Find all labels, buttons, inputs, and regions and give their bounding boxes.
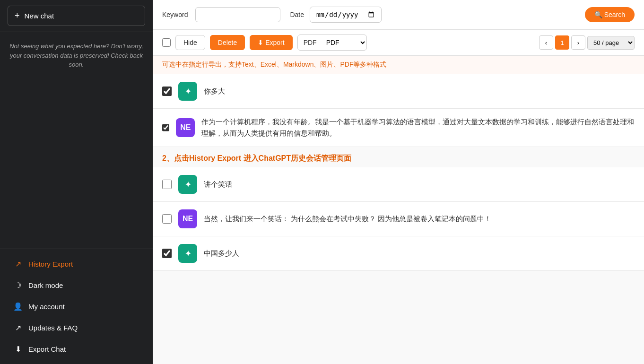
row-checkbox[interactable] (162, 249, 172, 258)
main-content: Keyword Date 🔍 Search Hide Delete ⬇ Expo… (153, 0, 644, 364)
sidebar: + New chat Not seeing what you expected … (0, 0, 153, 364)
table-row: ✦ 中国多少人 (153, 236, 644, 271)
download-icon: ⬇ (13, 345, 23, 354)
new-chat-label: New chat (25, 12, 54, 20)
export-icon: ↗ (13, 260, 23, 269)
chat-text: 你多大 (204, 86, 225, 97)
select-all-checkbox[interactable] (162, 38, 171, 47)
sidebar-item-updates-faq[interactable]: ↗ Updates & FAQ (4, 318, 149, 338)
pdf-format-select-wrap: PDF PDF Text Excel Markdown Image (297, 35, 367, 51)
format-dropdown[interactable]: PDF Text Excel Markdown Image (322, 35, 366, 50)
sidebar-item-label: Updates & FAQ (28, 324, 78, 332)
row-checkbox[interactable] (162, 87, 172, 96)
sidebar-item-label: My account (28, 303, 65, 311)
sidebar-bottom: ↗ History Export ☽ Dark mode 👤 My accoun… (0, 249, 153, 364)
section-header: 2、点击History Export 进入ChatGPT历史会话管理页面 (153, 147, 644, 167)
sidebar-top: + New chat (0, 0, 153, 32)
avatar: ✦ (178, 175, 197, 194)
row-checkbox[interactable] (162, 214, 172, 224)
table-row: ✦ 你多大 (153, 74, 644, 109)
plus-icon: + (15, 11, 20, 21)
pdf-label: PDF (298, 35, 322, 50)
keyword-input[interactable] (195, 7, 280, 22)
action-toolbar: Hide Delete ⬇ Export PDF PDF Text Excel … (153, 30, 644, 56)
page-1-button[interactable]: 1 (555, 35, 569, 50)
moon-icon: ☽ (13, 281, 23, 290)
sidebar-notice: Not seeing what you expected here? Don't… (0, 32, 153, 79)
table-row: NE 当然，让我们来一个笑话： 为什么熊会在考试中失败？ 因为他总是被卷入笔记本… (153, 202, 644, 236)
chat-text: 中国多少人 (204, 248, 239, 259)
sidebar-item-my-account[interactable]: 👤 My account (4, 296, 149, 317)
pagination: ‹ 1 › 50 / page 20 / page 100 / page (539, 35, 635, 50)
avatar: ✦ (178, 82, 197, 101)
sidebar-item-label: Export Chat (28, 345, 66, 353)
search-toolbar: Keyword Date 🔍 Search (153, 0, 644, 30)
hide-button[interactable]: Hide (175, 35, 205, 50)
keyword-label: Keyword (162, 11, 188, 18)
sidebar-item-label: Dark mode (28, 281, 63, 289)
row-checkbox[interactable] (162, 180, 172, 189)
sidebar-item-export-chat[interactable]: ⬇ Export Chat (4, 339, 149, 359)
avatar: NE (178, 209, 197, 228)
chat-list: ✦ 你多大 NE 作为一个计算机程序，我没有年龄。我是一个基于机器学习算法的语言… (153, 74, 644, 364)
chat-text: 当然，让我们来一个笑话： 为什么熊会在考试中失败？ 因为他总是被卷入笔记本的问题… (204, 213, 491, 225)
sidebar-item-label: History Export (28, 260, 73, 268)
chat-text: 作为一个计算机程序，我没有年龄。我是一个基于机器学习算法的语言模型，通过对大量文… (201, 116, 635, 139)
table-row: NE 作为一个计算机程序，我没有年龄。我是一个基于机器学习算法的语言模型，通过对… (153, 109, 644, 147)
sidebar-item-history-export[interactable]: ↗ History Export (4, 254, 149, 274)
person-icon: 👤 (13, 302, 23, 311)
new-chat-button[interactable]: + New chat (8, 6, 145, 26)
sidebar-item-dark-mode[interactable]: ☽ Dark mode (4, 275, 149, 295)
link-icon: ↗ (13, 323, 23, 332)
table-row: ✦ 讲个笑话 (153, 167, 644, 202)
export-button[interactable]: ⬇ Export (250, 35, 292, 50)
date-input[interactable] (310, 7, 382, 23)
page-size-select[interactable]: 50 / page 20 / page 100 / page (587, 36, 635, 50)
date-label: Date (290, 11, 304, 18)
avatar: NE (176, 118, 195, 137)
chat-text: 讲个笑话 (204, 179, 232, 190)
search-button[interactable]: 🔍 Search (585, 7, 635, 22)
row-checkbox[interactable] (162, 123, 169, 132)
next-page-button[interactable]: › (571, 35, 585, 50)
avatar: ✦ (178, 244, 197, 263)
annotation-banner: 可选中在指定行导出，支持Text、Excel、Markdown、图片、PDF等多… (153, 56, 644, 74)
prev-page-button[interactable]: ‹ (539, 35, 553, 50)
delete-button[interactable]: Delete (210, 35, 245, 50)
